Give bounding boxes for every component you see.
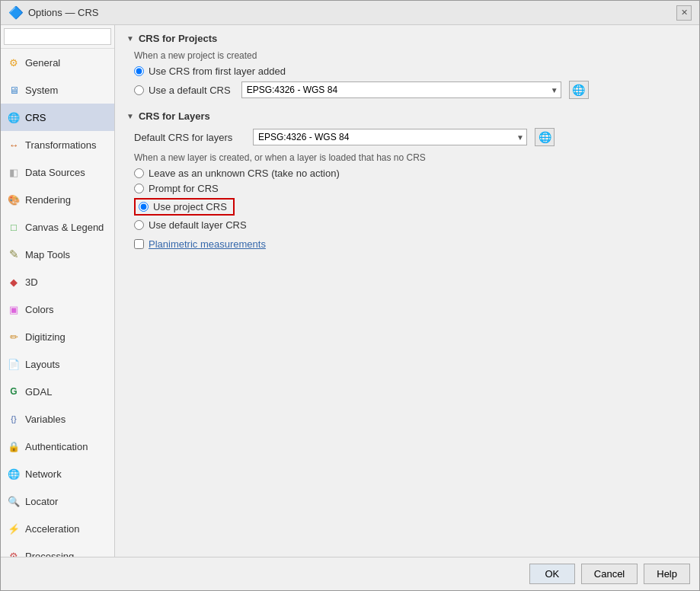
sidebar-label-gdal: GDAL	[25, 386, 52, 398]
radio-prompt-label[interactable]: Prompt for CRS	[149, 183, 219, 194]
radio-default-crs-label[interactable]: Use a default CRS	[149, 85, 231, 96]
sidebar-item-variables[interactable]: {} Variables	[1, 405, 114, 433]
use-project-crs-highlighted: Use project CRS	[134, 198, 235, 216]
search-box	[1, 25, 114, 49]
layers-crs-globe-button[interactable]: 🌐	[535, 128, 555, 146]
crs-for-projects-section: ▼ CRS for Projects When a new project is…	[126, 33, 688, 99]
options-window: 🔷 Options — CRS ✕ ⚙ General 🖥 System 🌐 C	[0, 0, 700, 591]
close-button[interactable]: ✕	[676, 5, 692, 21]
footer: OK Cancel Help	[1, 557, 699, 590]
radio-project-crs-label[interactable]: Use project CRS	[153, 201, 227, 212]
planimetric-label[interactable]: Planimetric measurements	[149, 238, 266, 250]
new-layer-info: When a new layer is created, or when a l…	[134, 152, 688, 163]
radio-row-default-crs: Use a default CRS EPSG:4326 - WGS 84 ▼ 🌐	[134, 81, 688, 99]
sidebar-label-processing: Processing	[25, 551, 74, 557]
radio-default-layer-crs[interactable]	[134, 220, 144, 230]
section-arrow-layers: ▼	[126, 112, 134, 120]
crs-projects-content: When a new project is created Use CRS fr…	[126, 50, 688, 99]
sidebar-label-data-sources: Data Sources	[25, 167, 85, 178]
sidebar-label-digitizing: Digitizing	[25, 331, 66, 343]
sidebar-label-layouts: Layouts	[25, 359, 60, 370]
radio-first-layer[interactable]	[134, 66, 144, 76]
sidebar-item-general[interactable]: ⚙ General	[1, 49, 114, 76]
sidebar-item-processing[interactable]: ⚙ Processing	[1, 542, 114, 557]
crs-for-layers-section: ▼ CRS for Layers Default CRS for layers …	[126, 110, 688, 250]
sidebar-item-locator[interactable]: 🔍 Locator	[1, 487, 114, 515]
3d-icon: ◆	[7, 275, 21, 289]
sidebar-label-3d: 3D	[25, 276, 38, 288]
sidebar-item-rendering[interactable]: 🎨 Rendering	[1, 186, 114, 213]
sidebar-label-authentication: Authentication	[25, 441, 88, 452]
sidebar-item-3d[interactable]: ◆ 3D	[1, 268, 114, 296]
general-icon: ⚙	[7, 56, 21, 69]
radio-unknown-label[interactable]: Leave as an unknown CRS (take no action)	[149, 168, 340, 179]
crs-projects-title: CRS for Projects	[139, 33, 217, 44]
sidebar-label-general: General	[25, 57, 60, 69]
sidebar-item-crs[interactable]: 🌐 CRS	[1, 104, 114, 131]
new-project-label: When a new project is created	[134, 50, 688, 61]
digitizing-icon: ✏	[7, 330, 21, 343]
layers-crs-select-wrapper: EPSG:4326 - WGS 84 ▼	[253, 129, 527, 145]
default-crs-label: Default CRS for layers	[134, 132, 248, 143]
crs-projects-header: ▼ CRS for Projects	[126, 33, 688, 44]
radio-row-first-layer: Use CRS from first layer added	[134, 65, 688, 77]
auth-icon: 🔒	[7, 439, 21, 453]
radio-row-unknown: Leave as an unknown CRS (take no action)	[134, 168, 688, 179]
sidebar-label-variables: Variables	[25, 414, 66, 425]
layers-crs-select[interactable]: EPSG:4326 - WGS 84	[253, 129, 527, 145]
sidebar-label-map-tools: Map Tools	[25, 249, 70, 260]
sidebar-item-map-tools[interactable]: ✎ Map Tools	[1, 241, 114, 268]
network-icon: 🌐	[7, 467, 21, 481]
radio-default-layer-label[interactable]: Use default layer CRS	[149, 219, 247, 231]
sidebar-label-locator: Locator	[25, 496, 58, 507]
ok-button[interactable]: OK	[529, 564, 575, 584]
system-icon: 🖥	[7, 83, 21, 97]
help-button[interactable]: Help	[644, 564, 690, 584]
crs-layers-header: ▼ CRS for Layers	[126, 110, 688, 122]
variables-icon: {}	[7, 412, 21, 426]
project-crs-globe-button[interactable]: 🌐	[569, 81, 589, 99]
sidebar-item-gdal[interactable]: G GDAL	[1, 378, 114, 405]
project-crs-select[interactable]: EPSG:4326 - WGS 84	[241, 81, 561, 98]
radio-first-layer-label[interactable]: Use CRS from first layer added	[149, 65, 286, 77]
canvas-icon: □	[7, 220, 21, 234]
planimetric-checkbox[interactable]	[134, 239, 144, 249]
sidebar-item-network[interactable]: 🌐 Network	[1, 460, 114, 487]
radio-default-crs[interactable]	[134, 85, 144, 95]
radio-prompt-crs[interactable]	[134, 184, 144, 193]
sidebar-label-transformations: Transformations	[25, 139, 96, 151]
radio-unknown-crs[interactable]	[134, 168, 144, 178]
sidebar-item-system[interactable]: 🖥 System	[1, 76, 114, 104]
processing-icon: ⚙	[7, 549, 21, 557]
sidebar-item-authentication[interactable]: 🔒 Authentication	[1, 433, 114, 460]
sidebar-item-transformations[interactable]: ↔ Transformations	[1, 131, 114, 158]
cancel-button[interactable]: Cancel	[581, 564, 638, 584]
default-crs-row: Default CRS for layers EPSG:4326 - WGS 8…	[134, 128, 688, 146]
search-input[interactable]	[4, 28, 111, 45]
sidebar-item-colors[interactable]: ▣ Colors	[1, 296, 114, 323]
sidebar-label-colors: Colors	[25, 304, 54, 315]
crs-icon: 🌐	[7, 110, 21, 124]
main-content: ⚙ General 🖥 System 🌐 CRS ↔ Transformatio…	[1, 25, 699, 557]
sidebar-item-digitizing[interactable]: ✏ Digitizing	[1, 323, 114, 350]
radio-project-crs[interactable]	[139, 202, 149, 212]
window-title: Options — CRS	[28, 7, 98, 18]
planimetric-row: Planimetric measurements	[134, 238, 688, 250]
sidebar-label-crs: CRS	[25, 112, 46, 123]
app-icon: 🔷	[8, 5, 24, 20]
sidebar-item-layouts[interactable]: 📄 Layouts	[1, 350, 114, 378]
acceleration-icon: ⚡	[7, 522, 21, 535]
rendering-icon: 🎨	[7, 193, 21, 206]
sidebar-item-data-sources[interactable]: ◧ Data Sources	[1, 158, 114, 186]
data-sources-icon: ◧	[7, 165, 21, 179]
locator-icon: 🔍	[7, 494, 21, 508]
gdal-icon: G	[7, 385, 21, 398]
titlebar: 🔷 Options — CRS ✕	[1, 1, 699, 25]
crs-layers-content: Default CRS for layers EPSG:4326 - WGS 8…	[126, 128, 688, 250]
sidebar-item-acceleration[interactable]: ⚡ Acceleration	[1, 515, 114, 542]
section-arrow-projects: ▼	[126, 34, 134, 43]
crs-layers-title: CRS for Layers	[139, 110, 210, 122]
sidebar-item-canvas-legend[interactable]: □ Canvas & Legend	[1, 213, 114, 241]
radio-row-default-layer: Use default layer CRS	[134, 219, 688, 231]
map-tools-icon: ✎	[7, 248, 21, 261]
